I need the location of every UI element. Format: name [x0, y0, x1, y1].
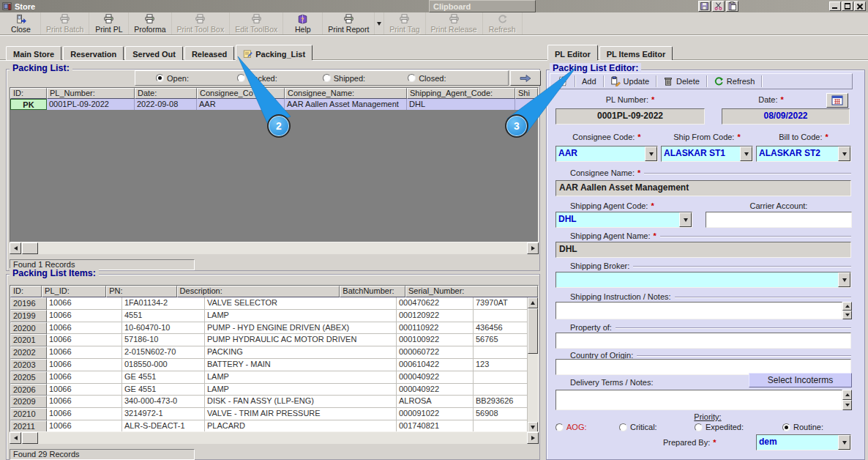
column-header[interactable]: BatchNumber:: [340, 286, 405, 297]
tab-pl-items-editor[interactable]: PL Items Editor: [599, 46, 673, 60]
priority-expedited-radio[interactable]: Expedited:: [695, 423, 744, 431]
chevron-down-icon[interactable]: [838, 272, 850, 287]
scroll-right-icon[interactable]: [527, 242, 539, 254]
go-filter-button[interactable]: [510, 70, 541, 86]
tab-served-out[interactable]: Served Out: [125, 46, 183, 60]
print-report-button[interactable]: Print Report: [323, 12, 375, 34]
packing-list-hscrollbar[interactable]: [10, 242, 539, 254]
consignee-code-select[interactable]: AAR: [555, 146, 658, 162]
update-button[interactable]: Update: [605, 75, 654, 88]
edit-toolbox-button[interactable]: Edit ToolBox: [230, 12, 283, 34]
close-window-button[interactable]: [854, 1, 866, 11]
print-batch-button[interactable]: Print Batch: [41, 12, 89, 34]
restore-button[interactable]: [842, 1, 853, 11]
proforma-button[interactable]: Proforma: [129, 12, 171, 34]
column-header[interactable]: Serial_Number:: [405, 286, 538, 297]
table-row[interactable]: PK 0001PL-09-2022 2022-09-08 AAR AAR Aal…: [10, 99, 538, 110]
table-row[interactable]: 20206 10066 GE 4551 LAMP 000040922: [10, 384, 528, 396]
filter-shipped-radio[interactable]: Shipped:: [323, 74, 365, 83]
prepared-by-select[interactable]: dem: [756, 434, 851, 450]
print-report-dropdown-arrow[interactable]: [375, 12, 384, 34]
print-pl-button[interactable]: Print PL: [89, 12, 129, 34]
print-tag-button[interactable]: Print Tag: [384, 12, 425, 34]
scrollbar-track[interactable]: [38, 432, 527, 444]
date-value[interactable]: 08/09/2022: [722, 108, 850, 125]
delivery-terms-spinner[interactable]: [842, 390, 852, 410]
close-button[interactable]: Close: [1, 12, 41, 34]
table-row[interactable]: 20201 10066 57186-10 PUMP HYDRAULIC AC M…: [10, 334, 528, 346]
column-header[interactable]: Date:: [135, 88, 197, 99]
chevron-down-icon[interactable]: [740, 146, 752, 161]
new-record-button[interactable]: [553, 75, 573, 88]
table-row[interactable]: 20196 10066 1FA01134-2 VALVE SELECTOR 00…: [10, 297, 528, 310]
refresh-button[interactable]: Refresh: [483, 12, 523, 34]
carrier-account-input[interactable]: [706, 212, 852, 228]
table-row[interactable]: 20209 10066 340-000-473-0 DISK - FAN ASS…: [10, 396, 528, 408]
scrollbar-thumb[interactable]: [22, 432, 38, 444]
shipping-broker-select[interactable]: [555, 272, 851, 288]
shipping-instruction-spinner[interactable]: [842, 302, 852, 319]
table-row[interactable]: 20205 10066 GE 4551 LAMP 000040922: [10, 371, 528, 384]
scrollbar-thumb[interactable]: [528, 308, 538, 354]
tab-main-store[interactable]: Main Store: [6, 46, 61, 60]
print-tool-box-button[interactable]: Print Tool Box: [172, 12, 231, 34]
scroll-left-icon[interactable]: [10, 242, 21, 254]
scroll-up-icon[interactable]: [528, 297, 538, 308]
bill-to-code-select[interactable]: ALASKAR ST2: [756, 146, 851, 162]
table-row[interactable]: 20200 10066 10-60470-10 PUMP - HYD ENGIN…: [10, 322, 528, 335]
print-release-button[interactable]: Print Release: [426, 12, 483, 34]
table-row[interactable]: 20211 10066 ALR-S-DEACT-1 PLACARD 001740…: [10, 420, 528, 432]
column-header[interactable]: ID:: [10, 286, 42, 297]
column-header[interactable]: Shi: [515, 88, 538, 99]
chevron-down-icon[interactable]: [645, 146, 657, 161]
minimize-button[interactable]: [829, 1, 841, 11]
tab-released[interactable]: Released: [184, 46, 234, 60]
delivery-terms-textarea[interactable]: [555, 390, 842, 410]
delete-button[interactable]: Delete: [658, 75, 705, 88]
scroll-right-icon[interactable]: [527, 432, 539, 444]
tab-reservation[interactable]: Reservation: [63, 46, 124, 60]
clipboard-toolbar-titlebar[interactable]: Clipboard: [429, 0, 536, 12]
column-header[interactable]: Description:: [177, 286, 340, 297]
filter-packed-radio[interactable]: Packed:: [237, 74, 277, 83]
items-hscrollbar[interactable]: [10, 432, 539, 444]
tab-packing-list[interactable]: Packing_List: [236, 45, 313, 60]
paste-icon[interactable]: [726, 1, 738, 12]
calendar-button[interactable]: [826, 93, 848, 108]
chevron-down-icon[interactable]: [679, 212, 692, 227]
priority-routine-radio[interactable]: Routine:: [782, 423, 823, 431]
priority-critical-radio[interactable]: Critical:: [619, 423, 657, 431]
scroll-down-icon[interactable]: [528, 422, 538, 432]
table-row[interactable]: 20202 10066 2-015N602-70 PACKING 0000607…: [10, 346, 528, 359]
scrollbar-track[interactable]: [38, 242, 527, 254]
chevron-down-icon[interactable]: [838, 146, 850, 161]
cut-icon[interactable]: [712, 1, 725, 12]
column-header[interactable]: PN:: [106, 286, 176, 297]
table-row[interactable]: 20203 10066 018550-000 BATTERY - MAIN 00…: [10, 359, 528, 371]
column-header[interactable]: PL_ID:: [42, 286, 106, 297]
column-header[interactable]: Consignee_Name:: [285, 88, 407, 99]
table-row[interactable]: 20199 10066 4551 LAMP 000120922: [10, 310, 528, 322]
shipping-instruction-textarea[interactable]: [555, 302, 842, 319]
table-row[interactable]: 20210 10066 3214972-1 VALVE - TRIM AIR P…: [10, 408, 528, 420]
items-vscrollbar[interactable]: [528, 297, 538, 432]
help-button[interactable]: Help: [283, 12, 323, 34]
select-incoterms-button[interactable]: Select Incoterms: [749, 373, 852, 387]
filter-open-radio[interactable]: Open:: [156, 74, 189, 83]
column-header[interactable]: Shipping_Agent_Code:: [407, 88, 515, 99]
scroll-down-icon[interactable]: [842, 311, 852, 319]
shipping-agent-code-select[interactable]: DHL: [555, 212, 692, 228]
column-header[interactable]: Consignee_Co: [197, 88, 285, 99]
add-button[interactable]: Add: [577, 75, 602, 88]
tab-pl-editor[interactable]: PL Editor: [547, 45, 598, 60]
ship-from-code-select[interactable]: ALASKAR ST1: [661, 146, 753, 162]
scrollbar-track[interactable]: [528, 354, 538, 422]
column-header[interactable]: PL_Number:: [47, 88, 135, 99]
column-header[interactable]: ID:: [10, 88, 47, 99]
scroll-left-icon[interactable]: [10, 432, 21, 444]
editor-refresh-button[interactable]: Refresh: [708, 75, 760, 88]
scroll-down-icon[interactable]: [842, 400, 852, 410]
filter-closed-radio[interactable]: Closed:: [408, 74, 446, 83]
scroll-up-icon[interactable]: [842, 302, 852, 311]
scroll-up-icon[interactable]: [842, 390, 852, 400]
